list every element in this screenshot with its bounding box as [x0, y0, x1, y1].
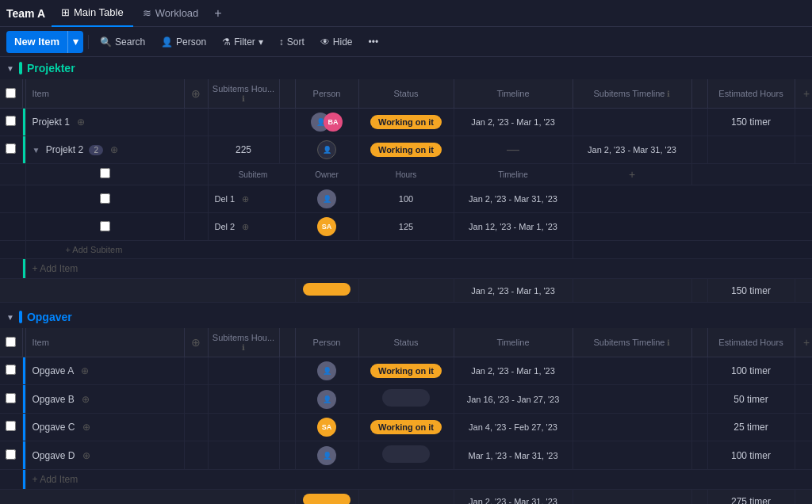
row-check-od[interactable]: [0, 441, 22, 470]
row-check-ob[interactable]: [0, 385, 22, 414]
row-tl-od: Mar 1, '23 - Mar 31, '23: [454, 441, 573, 470]
th-timeline-o: Timeline: [454, 328, 573, 357]
avatar-oc: SA: [317, 418, 336, 437]
add-subitem-icon[interactable]: ⊕: [77, 116, 85, 128]
row-sp2-oa: [691, 357, 707, 385]
row-status-ob[interactable]: [358, 385, 454, 414]
row-status-od[interactable]: [358, 441, 454, 470]
row-exp-ob: [184, 385, 208, 414]
row-status[interactable]: Working on it: [358, 109, 454, 136]
tab-main-table[interactable]: ⊞ Main Table: [52, 0, 133, 27]
row-status2[interactable]: Working on it: [358, 136, 454, 164]
sum-timeline-spacer: [358, 279, 454, 303]
sub-spacer4: [573, 213, 812, 241]
sub-add-icon[interactable]: ⊕: [242, 194, 249, 204]
row-person2: 👤: [295, 136, 358, 164]
th-addcol2[interactable]: +: [795, 79, 812, 109]
row-person: 👤 BA: [295, 109, 358, 136]
group-opgaver: ▼ Opgaver: [0, 306, 812, 504]
add-col2-icon: +: [803, 87, 810, 100]
group-opgaver-header[interactable]: ▼ Opgaver: [0, 306, 812, 328]
sub-check[interactable]: [25, 185, 184, 213]
add-item-cell[interactable]: + Add Item: [25, 259, 812, 279]
sub-add-icon2[interactable]: ⊕: [242, 222, 249, 231]
row-subtimeline2: Jan 2, '23 - Mar 31, '23: [573, 136, 691, 164]
table-row: ▼ Projekt 2 2 ⊕ 225 👤 Working on it: [0, 136, 812, 164]
sum-subtimeline-o: [573, 490, 691, 505]
th-addcol-o[interactable]: ⊕: [184, 328, 208, 357]
person-button[interactable]: 👤 Person: [155, 31, 213, 53]
subtimeline-info-icon[interactable]: ℹ: [667, 90, 670, 98]
group-opgaver-chevron: ▼: [6, 313, 14, 322]
sub-spacer3: [184, 213, 208, 241]
add-sub-indent: [0, 241, 25, 259]
table-row: Opgave B ⊕ 👤 Jan 16, '23 - Jan 27, '23: [0, 385, 812, 414]
status-badge2: Working on it: [370, 143, 442, 157]
add-sub-oc[interactable]: ⊕: [82, 422, 90, 433]
expand-icon[interactable]: ▼: [33, 146, 40, 155]
row-check-oa[interactable]: [0, 357, 22, 385]
sub-th-check: [25, 164, 184, 185]
add-sub-od[interactable]: ⊕: [82, 450, 90, 461]
add-subitem-icon2[interactable]: ⊕: [110, 144, 118, 155]
more-button[interactable]: •••: [362, 31, 385, 53]
sum-status: [295, 279, 358, 303]
add-item-label-o: + Add Item: [33, 474, 79, 485]
sub-th-spacer2: [691, 164, 812, 185]
th-addcol2-o[interactable]: +: [795, 328, 812, 357]
sub-indent: [0, 185, 25, 213]
sum-timeline-spacer-o: [358, 490, 454, 505]
timeline-text: Jan 2, '23 - Mar 1, '23: [471, 117, 555, 127]
row-stl-oa: [573, 357, 691, 385]
add-subitem-cell[interactable]: + Add Subitem: [25, 241, 573, 259]
search-button[interactable]: 🔍 Search: [94, 31, 151, 53]
status-badge: Working on it: [370, 115, 442, 129]
row-subh-od: [208, 441, 279, 470]
th-subhours: Subitems Hou... ℹ: [208, 79, 279, 109]
add-tab-button[interactable]: +: [208, 6, 228, 21]
projekt1-name: Projekt 1: [33, 116, 70, 128]
row-check[interactable]: [0, 109, 22, 136]
row-check-oc[interactable]: [0, 414, 22, 441]
th-check-o[interactable]: [0, 328, 22, 357]
sub-spacer2: [573, 185, 812, 213]
select-all-checkbox[interactable]: [6, 88, 16, 98]
sub-th-timeline: Timeline: [454, 164, 573, 185]
group-opgaver-title: Opgaver: [27, 311, 72, 323]
row-check[interactable]: [0, 136, 22, 164]
row-name-od: Opgave D ⊕: [25, 441, 184, 470]
th-spacer-o: [279, 328, 295, 357]
opgaver-header-row: Item ⊕ Subitems Hou... ℹ Person Status T…: [0, 328, 812, 357]
group-projekter-header[interactable]: ▼ Projekter: [0, 57, 812, 79]
th-spacer2: [691, 79, 707, 109]
sum-status-bar-o: [303, 494, 350, 504]
sub-th-spacer: [184, 164, 208, 185]
new-item-button[interactable]: New Item ▾: [6, 31, 83, 53]
sub-check2[interactable]: [25, 213, 184, 241]
sort-button[interactable]: ↕ Sort: [273, 31, 311, 53]
row-sp-oa: [279, 357, 295, 385]
filter-button[interactable]: ⚗ Filter ▾: [216, 31, 270, 53]
row-est-ob: 50 timer: [707, 385, 795, 414]
status-ob: [382, 389, 430, 407]
add-sub-oa[interactable]: ⊕: [81, 365, 89, 376]
th-add-col[interactable]: ⊕: [184, 79, 208, 109]
th-check[interactable]: [0, 79, 22, 109]
avatar-ba: BA: [324, 113, 343, 132]
group-opgaver-color-bar: [19, 311, 22, 323]
tab-workload[interactable]: ≋ Workload: [133, 0, 209, 27]
new-item-dropdown-icon[interactable]: ▾: [68, 31, 83, 53]
sub-th-plus[interactable]: +: [573, 164, 691, 185]
new-item-label: New Item: [6, 31, 68, 53]
add-sub-ob[interactable]: ⊕: [82, 394, 90, 405]
add-item-cell-o[interactable]: + Add Item: [25, 470, 812, 490]
sub-avatar-sa: SA: [317, 217, 336, 236]
subhours-info-icon[interactable]: ℹ: [242, 94, 245, 103]
th-subtimeline: Subitems Timeline ℹ: [573, 79, 691, 109]
hide-button[interactable]: 👁 Hide: [314, 31, 359, 53]
row-sp-od: [279, 441, 295, 470]
row-stl-oc: [573, 414, 691, 441]
row-status-oc[interactable]: Working on it: [358, 414, 454, 441]
sub-th-subitem: Subitem: [208, 164, 295, 185]
row-status-oa[interactable]: Working on it: [358, 357, 454, 385]
